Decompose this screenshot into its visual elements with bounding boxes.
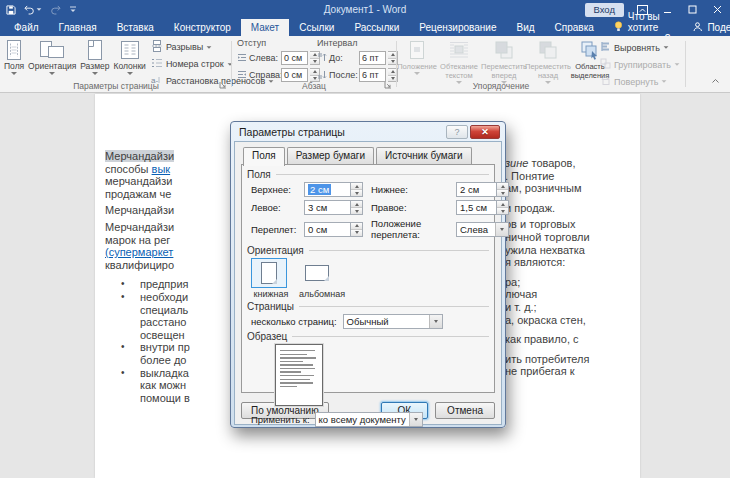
preview-thumbnail xyxy=(247,344,489,406)
orientation-landscape-option[interactable]: альбомная xyxy=(299,258,339,299)
tab-references[interactable]: Ссылки xyxy=(289,19,344,36)
columns-button[interactable]: Колонки xyxy=(111,36,147,75)
indent-left-input[interactable]: 0 см xyxy=(281,51,308,65)
orientation-portrait-option[interactable]: книжная xyxy=(251,258,291,299)
wrap-text-button[interactable]: Обтекание текстом xyxy=(436,36,482,84)
indent-right-input[interactable]: 0 см xyxy=(281,68,308,82)
close-button[interactable] xyxy=(710,2,724,17)
group-separator xyxy=(685,41,686,87)
tab-insert[interactable]: Вставка xyxy=(107,19,164,36)
dialog-tab-paper-size[interactable]: Размер бумаги xyxy=(287,147,374,164)
tab-help[interactable]: Справка xyxy=(545,19,604,36)
tab-view[interactable]: Вид xyxy=(507,19,545,36)
gutter-position-dropdown[interactable]: Слева xyxy=(456,222,509,237)
collapse-ribbon-icon[interactable] xyxy=(710,71,721,89)
margin-right-input[interactable]: 1,5 см xyxy=(456,200,497,215)
margin-right-stepper[interactable] xyxy=(497,200,509,215)
save-icon[interactable] xyxy=(6,5,16,15)
ribbon-display-options-icon[interactable] xyxy=(635,2,649,17)
margin-top-input[interactable]: 2 см xyxy=(304,182,351,197)
dropdown-arrow-icon xyxy=(49,72,55,75)
tab-layout[interactable]: Макет xyxy=(241,19,289,36)
hyperlink[interactable]: вык xyxy=(152,163,171,175)
line-numbers-icon xyxy=(151,57,163,71)
bring-forward-icon xyxy=(494,38,514,62)
group-button[interactable]: Группировать xyxy=(600,58,680,71)
multiple-pages-dropdown[interactable]: Обычный xyxy=(343,314,443,329)
person-icon xyxy=(693,22,702,34)
doc-line: Мерчандайзи xyxy=(105,204,235,217)
tab-review[interactable]: Рецензирование xyxy=(409,19,506,36)
doc-line: квалифициро xyxy=(105,259,235,272)
rotate-button[interactable]: Повернуть xyxy=(600,75,680,88)
undo-icon[interactable] xyxy=(24,5,42,15)
tab-design[interactable]: Конструктор xyxy=(164,19,241,36)
spacing-after-icon xyxy=(317,70,327,81)
group-paragraph: Отступ Слева: 0 см Справа: 0 см Интервал xyxy=(233,36,395,92)
margins-icon xyxy=(5,38,23,62)
dialog-close-icon[interactable]: ✕ xyxy=(470,125,500,139)
tab-home[interactable]: Главная xyxy=(49,19,107,36)
page-setup-dialog-launcher[interactable] xyxy=(218,80,228,90)
page-size-icon xyxy=(86,38,104,62)
gutter-input[interactable]: 0 см xyxy=(304,222,351,237)
dialog-body: Поля Размер бумаги Источник бумаги Поля … xyxy=(234,141,502,425)
dialog-help-icon[interactable]: ? xyxy=(446,125,468,139)
sign-in-button[interactable]: Вход xyxy=(585,3,625,17)
margin-bottom-stepper[interactable] xyxy=(497,182,509,197)
doc-line: освещен xyxy=(105,329,235,342)
minimize-button[interactable] xyxy=(660,2,674,17)
share-button[interactable]: Поделиться xyxy=(680,19,730,36)
page-setup-dialog: Параметры страницы ? ✕ Поля Размер бумаг… xyxy=(230,121,506,428)
tell-me-box[interactable]: Что вы хотите сделать? xyxy=(604,19,681,36)
align-button[interactable]: Выровнять xyxy=(600,41,680,54)
dialog-tab-paper-source[interactable]: Источник бумаги xyxy=(376,147,472,164)
margin-left-label: Левое: xyxy=(251,202,304,213)
orientation-button[interactable]: Ориентация xyxy=(26,36,78,75)
align-icon xyxy=(600,41,611,54)
group-arrange: Положение Обтекание текстом Переместить … xyxy=(398,36,684,92)
doc-line: ничной торговли xyxy=(505,231,620,244)
margin-left-stepper[interactable] xyxy=(351,200,363,215)
hyperlink[interactable]: (супермаркет xyxy=(105,246,173,258)
apply-to-dropdown[interactable]: ко всему документу xyxy=(315,412,423,427)
dialog-tab-margins[interactable]: Поля xyxy=(243,147,285,166)
spacing-column: Интервал До: 6 пт После: 6 пт xyxy=(317,38,398,85)
document-text-right[interactable]: зине товаров, . Понятие ам, розничным и … xyxy=(505,157,620,378)
indent-right-label: Справа: xyxy=(249,70,279,80)
page-break-icon xyxy=(151,40,163,54)
tab-mailings[interactable]: Рассылки xyxy=(344,19,409,36)
margins-button[interactable]: Поля xyxy=(2,36,26,75)
maximize-button[interactable] xyxy=(685,2,699,17)
selection-pane-icon xyxy=(580,38,600,62)
customize-qat-icon[interactable] xyxy=(69,6,77,13)
margin-left-input[interactable]: 3 см xyxy=(304,200,351,215)
tab-file[interactable]: Файл xyxy=(4,19,49,36)
spacing-before-input[interactable]: 6 пт xyxy=(359,51,386,65)
margin-right-label: Правое: xyxy=(363,202,456,213)
doc-line: я являются: xyxy=(505,256,620,269)
spacing-after-input[interactable]: 6 пт xyxy=(359,68,386,82)
send-backward-button[interactable]: Переместить назад xyxy=(526,36,570,84)
orientation-options: книжная альбомная xyxy=(247,258,489,299)
redo-icon[interactable] xyxy=(50,5,61,15)
gutter-stepper[interactable] xyxy=(351,222,363,237)
size-button[interactable]: Размер xyxy=(78,36,111,75)
doc-line: более до xyxy=(105,354,235,367)
doc-line: зине товаров, xyxy=(505,157,620,170)
word-window: Документ1 - Word Вход Файл Главная Встав… xyxy=(0,0,730,478)
margin-bottom-input[interactable]: 2 см xyxy=(456,182,497,197)
paragraph-dialog-launcher[interactable] xyxy=(383,80,393,90)
position-button[interactable]: Положение xyxy=(398,36,436,75)
bring-forward-button[interactable]: Переместить вперед xyxy=(482,36,526,84)
section-header-pages: Страницы xyxy=(247,301,489,312)
doc-line: и т. д.; xyxy=(505,301,620,314)
margin-top-stepper[interactable] xyxy=(351,182,363,197)
indent-left-icon xyxy=(237,53,247,64)
doc-line: способы вык xyxy=(105,163,235,176)
spacing-before-label: До: xyxy=(329,53,357,63)
doc-line: (супермаркет xyxy=(105,246,235,259)
document-text-left[interactable]: Мерчандайзи способы вык мерчандайзи прод… xyxy=(105,150,235,404)
doc-line: ам, розничным xyxy=(505,182,620,195)
doc-line: мерчандайзи xyxy=(105,175,235,188)
